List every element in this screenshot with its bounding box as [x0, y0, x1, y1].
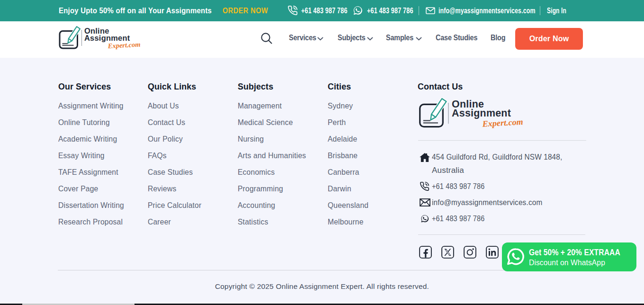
- svg-text:Expert.com: Expert.com: [482, 117, 523, 129]
- svg-text:Assignment: Assignment: [452, 108, 511, 119]
- svg-text:Assignment: Assignment: [84, 34, 130, 42]
- svg-text:Expert.com: Expert.com: [107, 40, 141, 50]
